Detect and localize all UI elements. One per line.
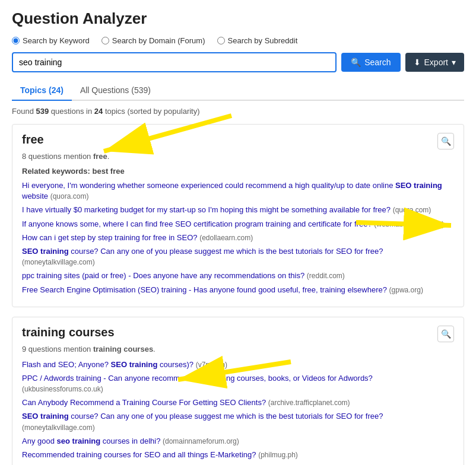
tab-topics[interactable]: Topics (24) bbox=[12, 81, 72, 101]
topic-count-free: 8 questions mention free. bbox=[22, 152, 454, 161]
topic-section-training-courses: training courses 🔍 9 questions mention t… bbox=[12, 317, 464, 465]
question-link[interactable]: Recommended training courses for SEO and… bbox=[22, 450, 454, 460]
question-link[interactable]: How can i get step by step training for … bbox=[22, 232, 454, 243]
topic-title-free: free bbox=[22, 133, 44, 146]
search-modes: Search by Keyword Search by Domain (Foru… bbox=[12, 36, 464, 45]
question-link[interactable]: Flash and SEO; Anyone? SEO training cour… bbox=[22, 359, 454, 370]
search-mode-keyword[interactable]: Search by Keyword bbox=[12, 36, 90, 45]
questions-list-free: Hi everyone, I'm wondering whether someo… bbox=[22, 180, 454, 295]
search-mode-subreddit[interactable]: Search by Subreddit bbox=[217, 36, 298, 45]
question-link[interactable]: ppc training sites (paid or free) - Does… bbox=[22, 270, 454, 281]
page-title: Question Analyzer bbox=[12, 9, 464, 28]
results-summary: Found 539 questions in 24 topics (sorted… bbox=[12, 107, 464, 116]
search-bar: 🔍 Search ⬇ Export ▾ bbox=[12, 52, 464, 72]
questions-list-training: Flash and SEO; Anyone? SEO training cour… bbox=[22, 359, 454, 461]
search-icon: 🔍 bbox=[351, 58, 361, 67]
export-button[interactable]: ⬇ Export ▾ bbox=[405, 53, 464, 72]
chevron-down-icon: ▾ bbox=[452, 58, 456, 67]
tabs-container: Topics (24) All Questions (539) bbox=[12, 81, 464, 101]
search-button[interactable]: 🔍 Search bbox=[341, 53, 400, 72]
search-mode-domain[interactable]: Search by Domain (Forum) bbox=[101, 36, 205, 45]
question-link[interactable]: SEO training course? Can any one of you … bbox=[22, 246, 454, 267]
topic-section-free: free 🔍 8 questions mention free. Related… bbox=[12, 124, 464, 307]
search-input[interactable] bbox=[12, 52, 337, 72]
question-link[interactable]: Free Search Engine Optimisation (SEO) tr… bbox=[22, 285, 454, 295]
question-link[interactable]: If anyone knows some, where I can find f… bbox=[22, 219, 454, 230]
question-link[interactable]: Any good seo training courses in delhi? … bbox=[22, 436, 454, 447]
question-link[interactable]: SEO training course? Can any one of you … bbox=[22, 411, 454, 432]
topic-title-training-courses: training courses bbox=[22, 326, 115, 339]
related-keywords-free: Related keywords: best free bbox=[22, 167, 454, 176]
topic-search-icon-free[interactable]: 🔍 bbox=[437, 133, 454, 149]
export-icon: ⬇ bbox=[414, 58, 421, 67]
topic-search-icon-training[interactable]: 🔍 bbox=[437, 326, 454, 342]
question-link[interactable]: PPC / Adwords training - Can anyone reco… bbox=[22, 373, 454, 394]
tab-all-questions[interactable]: All Questions (539) bbox=[72, 81, 159, 101]
question-link[interactable]: I have virtually $0 marketing budget for… bbox=[22, 205, 454, 215]
question-link[interactable]: Hi everyone, I'm wondering whether someo… bbox=[22, 180, 454, 202]
question-link[interactable]: Can Anybody Recommend a Training Course … bbox=[22, 397, 454, 408]
topic-count-training: 9 questions mention training courses. bbox=[22, 345, 454, 353]
